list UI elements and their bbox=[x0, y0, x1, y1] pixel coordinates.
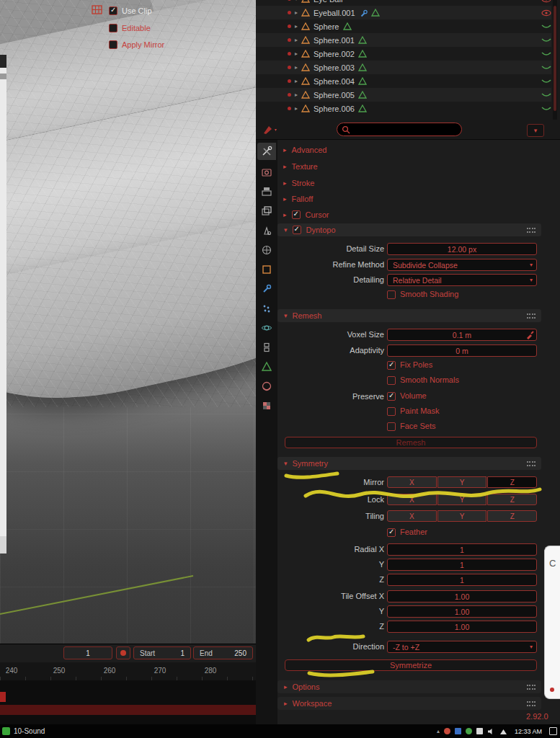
use-clip-checkbox[interactable] bbox=[109, 6, 117, 15]
timeline-editor[interactable]: 1 Start 1 End 250 240 250 260 270 280 bbox=[0, 644, 256, 725]
eyedropper-icon[interactable] bbox=[525, 331, 534, 339]
panel-workspace-header[interactable]: ▸ Workspace bbox=[277, 697, 541, 710]
eye-hidden-icon[interactable] bbox=[541, 65, 551, 71]
radial-x-field[interactable]: 1 bbox=[387, 543, 537, 556]
current-frame-field[interactable]: 1 bbox=[63, 646, 112, 659]
timeline-tracks[interactable] bbox=[0, 680, 256, 725]
expand-arrow-icon[interactable]: ▸ bbox=[295, 50, 298, 57]
tab-object[interactable] bbox=[257, 261, 276, 278]
expand-arrow-icon[interactable]: ▸ bbox=[295, 92, 298, 98]
outliner-row[interactable]: ▾ Eye Ball bbox=[256, 0, 551, 6]
dyntopo-checkbox[interactable] bbox=[293, 226, 301, 234]
tab-scene[interactable] bbox=[257, 222, 276, 239]
tab-constraints[interactable] bbox=[257, 339, 276, 356]
outliner-row[interactable]: ▸ Sphere bbox=[256, 19, 551, 33]
tab-world[interactable] bbox=[257, 241, 276, 259]
panel-options-header[interactable]: ▸ Options bbox=[277, 680, 541, 693]
tab-output[interactable] bbox=[257, 183, 276, 200]
panel-symmetry-header[interactable]: ▾ Symmetry bbox=[277, 457, 541, 470]
outliner-scrollbar[interactable] bbox=[553, 0, 557, 120]
editable-row[interactable]: Editable bbox=[109, 24, 151, 32]
panel-falloff[interactable]: ▸ Falloff bbox=[283, 194, 313, 204]
detail-size-field[interactable]: 12.00 px bbox=[387, 243, 537, 255]
cursor-checkbox[interactable] bbox=[292, 210, 301, 219]
frame-start-field[interactable]: Start 1 bbox=[133, 646, 191, 659]
mirror-x-button[interactable]: X bbox=[387, 476, 437, 488]
properties-search[interactable] bbox=[337, 123, 462, 136]
panel-advanced[interactable]: ▸ Advanced bbox=[283, 145, 326, 155]
panel-grip-icon[interactable] bbox=[527, 461, 535, 466]
tab-material[interactable] bbox=[257, 378, 276, 395]
expand-arrow-icon[interactable]: ▸ bbox=[295, 37, 298, 43]
panel-cursor[interactable]: ▸ Cursor bbox=[283, 210, 329, 220]
expand-arrow-icon[interactable]: ▾ bbox=[295, 0, 298, 2]
symmetrize-button[interactable]: Symmetrize bbox=[285, 659, 537, 671]
network-icon[interactable] bbox=[499, 728, 507, 735]
tile-offset-z-field[interactable]: 1.00 bbox=[387, 621, 537, 633]
mirror-y-button[interactable]: Y bbox=[437, 476, 487, 488]
tray-icon-blue[interactable] bbox=[455, 728, 461, 734]
radial-z-field[interactable]: 1 bbox=[387, 574, 537, 586]
eye-hidden-icon[interactable] bbox=[541, 51, 551, 57]
expand-arrow-icon[interactable]: ▸ bbox=[295, 9, 298, 16]
eye-hidden-icon[interactable] bbox=[541, 24, 551, 30]
search-input[interactable] bbox=[350, 125, 447, 134]
panel-texture[interactable]: ▸ Texture bbox=[283, 161, 318, 172]
tiling-z-button[interactable]: Z bbox=[487, 510, 537, 522]
voxel-size-field[interactable]: 0.1 m bbox=[387, 329, 537, 341]
apply-mirror-row[interactable]: Apply Mirror bbox=[109, 40, 164, 49]
adaptivity-field[interactable]: 0 m bbox=[387, 344, 537, 357]
eye-visible-icon[interactable] bbox=[541, 0, 551, 3]
smooth-shading-checkbox[interactable] bbox=[387, 290, 396, 299]
auto-key-button[interactable] bbox=[116, 646, 130, 659]
feather-checkbox[interactable] bbox=[387, 528, 396, 537]
editable-checkbox[interactable] bbox=[109, 24, 117, 32]
mirror-grid-icon[interactable] bbox=[92, 5, 102, 14]
panel-grip-icon[interactable] bbox=[527, 701, 535, 706]
tab-tool[interactable] bbox=[257, 143, 276, 160]
object-name[interactable]: Eye Ball bbox=[314, 0, 342, 4]
outliner[interactable]: ▾ Eye Ball ▸ Eyeball.001 ▸ Sphere bbox=[256, 0, 560, 120]
expand-arrow-icon[interactable]: ▸ bbox=[295, 105, 298, 112]
direction-dropdown[interactable]: -Z to +Z ▾ bbox=[387, 641, 537, 653]
apply-mirror-checkbox[interactable] bbox=[109, 40, 117, 49]
outliner-row[interactable]: ▸ Eyeball.001 bbox=[256, 6, 551, 19]
object-name[interactable]: Sphere.001 bbox=[314, 36, 355, 45]
expand-arrow-icon[interactable]: ▸ bbox=[295, 78, 298, 84]
expand-arrow-icon[interactable]: ▸ bbox=[295, 64, 298, 71]
action-center-icon[interactable] bbox=[549, 727, 557, 735]
fix-poles-checkbox[interactable] bbox=[387, 361, 396, 370]
object-name[interactable]: Sphere bbox=[314, 22, 339, 31]
outliner-row[interactable]: ▸ Sphere.002 bbox=[256, 47, 551, 61]
outliner-row[interactable]: ▸ Sphere.004 bbox=[256, 74, 551, 88]
tab-object-data[interactable] bbox=[257, 358, 276, 375]
taskbar-app-label[interactable]: 10-Sound bbox=[14, 727, 45, 735]
panel-stroke[interactable]: ▸ Stroke bbox=[283, 178, 314, 188]
speaker-icon[interactable] bbox=[487, 728, 495, 735]
remesh-button[interactable]: Remesh bbox=[285, 437, 537, 448]
viewport-3d[interactable]: Use Clip Editable Apply Mirror bbox=[0, 0, 257, 644]
tab-render[interactable] bbox=[257, 164, 276, 181]
app-icon[interactable] bbox=[2, 727, 10, 735]
outliner-row[interactable]: ▸ Sphere.001 bbox=[256, 33, 551, 47]
tray-expand-icon[interactable]: ▴ bbox=[437, 728, 440, 734]
use-clip-row[interactable]: Use Clip bbox=[109, 6, 152, 15]
object-name[interactable]: Sphere.005 bbox=[314, 91, 355, 99]
panel-remesh-header[interactable]: ▾ Remesh bbox=[277, 309, 541, 322]
lock-y-button[interactable]: Y bbox=[437, 494, 487, 505]
radial-y-field[interactable]: 1 bbox=[387, 559, 537, 571]
panel-dyntopo-header[interactable]: ▾ Dyntopo bbox=[277, 223, 541, 236]
tiling-x-button[interactable]: X bbox=[387, 510, 437, 522]
detailing-dropdown[interactable]: Relative Detail ▾ bbox=[387, 274, 537, 286]
tray-icon-red[interactable] bbox=[444, 728, 450, 734]
object-name[interactable]: Sphere.002 bbox=[314, 50, 355, 58]
tray-icon-green[interactable] bbox=[466, 728, 472, 734]
object-name[interactable]: Eyeball.001 bbox=[314, 9, 355, 17]
tab-physics[interactable] bbox=[257, 319, 276, 337]
object-name[interactable]: Sphere.004 bbox=[314, 77, 355, 86]
eye-hidden-icon[interactable] bbox=[541, 37, 551, 43]
clock[interactable]: 12:33 AM bbox=[515, 728, 542, 735]
expand-arrow-icon[interactable]: ▸ bbox=[295, 23, 298, 30]
active-tool-icon[interactable] bbox=[262, 123, 279, 136]
tray-icon-white[interactable] bbox=[476, 728, 483, 734]
